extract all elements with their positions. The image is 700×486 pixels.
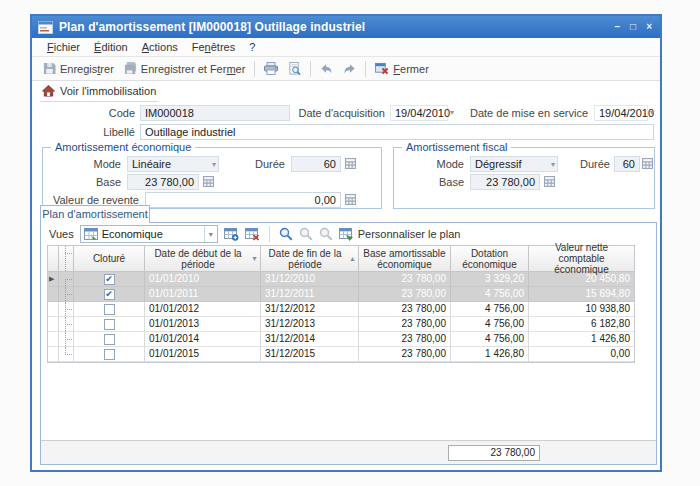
close-button[interactable]: × (646, 21, 652, 33)
base-cell[interactable]: 23 780,00 (359, 302, 451, 317)
dotation-cell[interactable]: 3 329,20 (451, 272, 529, 287)
dotation-cell[interactable]: 4 756,00 (451, 302, 529, 317)
cloture-cell[interactable] (74, 332, 145, 347)
menu-fenetres[interactable]: Fenêtres (185, 39, 242, 55)
voir-immobilisation-link[interactable]: Voir l'immobilisation (42, 85, 156, 97)
tree-lines (59, 332, 74, 347)
views-combo[interactable]: Economique ▾ (80, 225, 218, 243)
cloture-cell[interactable] (74, 317, 145, 332)
eco-revente-field[interactable]: 0,00 (145, 192, 341, 208)
end-date-cell[interactable]: 31/12/2015 (261, 347, 359, 362)
cloture-checkbox[interactable] (104, 334, 115, 345)
menu-actions[interactable]: Actions (135, 39, 185, 55)
eco-base-calc-icon[interactable] (203, 176, 214, 187)
cloture-cell[interactable] (74, 302, 145, 317)
vnc-cell[interactable]: 15 694,80 (529, 287, 634, 302)
save-button[interactable]: Enregistrer (38, 60, 119, 77)
fiscal-base-calc-icon[interactable] (544, 176, 555, 187)
tree-lines (59, 287, 74, 302)
table-row[interactable]: 01/01/2014 31/12/2014 23 780,00 4 756,00… (48, 332, 634, 347)
start-date-cell[interactable]: 01/01/2012 (145, 302, 261, 317)
end-date-cell[interactable]: 31/12/2010 (261, 272, 359, 287)
end-date-cell[interactable]: 31/12/2011 (261, 287, 359, 302)
dotation-cell[interactable]: 4 756,00 (451, 317, 529, 332)
print-button[interactable] (259, 60, 283, 77)
fiscal-duree-calc-icon[interactable] (642, 158, 653, 169)
eco-base-label: Base (49, 174, 121, 190)
cloture-checkbox[interactable] (104, 304, 115, 315)
menu-help[interactable]: ? (242, 39, 262, 55)
magnifier-icon (279, 227, 293, 241)
fiscal-base-field[interactable]: 23 780,00 (470, 174, 540, 190)
base-cell[interactable]: 23 780,00 (359, 272, 451, 287)
service-date-field[interactable]: 19/04/2010 (594, 105, 648, 121)
header-date-fin[interactable]: Date de fin de la période▲ (261, 246, 359, 272)
header-date-debut[interactable]: Date de début de la période▼ (145, 246, 261, 272)
vnc-cell[interactable]: 6 182,80 (529, 317, 634, 332)
table-icon (84, 228, 98, 240)
header-cloture[interactable]: Cloturé (74, 246, 145, 272)
customize-plan-button[interactable]: Personnaliser le plan (339, 228, 461, 241)
eco-base-field[interactable]: 23 780,00 (127, 174, 199, 190)
end-date-cell[interactable]: 31/12/2014 (261, 332, 359, 347)
header-base-amortissable[interactable]: Base amortissable économique (359, 246, 451, 272)
eco-duree-field[interactable]: 60 (291, 156, 341, 172)
base-cell[interactable]: 23 780,00 (359, 332, 451, 347)
save-and-close-button[interactable]: Enregistrer et Fermer (119, 60, 251, 77)
fiscal-mode-combo[interactable]: Dégressif▾ (470, 156, 558, 172)
menu-edition[interactable]: Édition (87, 39, 135, 55)
base-cell[interactable]: 23 780,00 (359, 347, 451, 362)
add-view-button[interactable] (224, 228, 239, 241)
table-row[interactable]: 01/01/2013 31/12/2013 23 780,00 4 756,00… (48, 317, 634, 332)
acquisition-date-field[interactable]: 19/04/2010 (390, 105, 448, 121)
forward-button[interactable] (338, 60, 361, 77)
cloture-cell[interactable]: ✔ (74, 287, 145, 302)
delete-view-button[interactable] (245, 228, 260, 241)
vnc-cell[interactable]: 0,00 (529, 347, 634, 362)
start-date-cell[interactable]: 01/01/2010 (145, 272, 261, 287)
vnc-cell[interactable]: 1 426,80 (529, 332, 634, 347)
libelle-field[interactable]: Outillage industriel (140, 124, 654, 140)
vnc-cell[interactable]: 10 938,80 (529, 302, 634, 317)
base-cell[interactable]: 23 780,00 (359, 317, 451, 332)
base-cell[interactable]: 23 780,00 (359, 287, 451, 302)
acquisition-date-dropdown-icon[interactable]: ▾ (450, 105, 454, 121)
views-selected: Economique (102, 228, 200, 240)
eco-revente-calc-icon[interactable] (345, 194, 356, 205)
start-date-cell[interactable]: 01/01/2013 (145, 317, 261, 332)
start-date-cell[interactable]: 01/01/2011 (145, 287, 261, 302)
dotation-cell[interactable]: 1 426,80 (451, 347, 529, 362)
cloture-cell[interactable]: ✔ (74, 272, 145, 287)
header-dotation[interactable]: Dotation économique (451, 246, 529, 272)
table-row[interactable]: ✔ 01/01/2011 31/12/2011 23 780,00 4 756,… (48, 287, 634, 302)
end-date-cell[interactable]: 31/12/2013 (261, 317, 359, 332)
views-dropdown-icon[interactable]: ▾ (204, 226, 217, 242)
cloture-checkbox[interactable] (104, 319, 115, 330)
toolbar-separator (254, 61, 255, 77)
minimize-button[interactable]: – (615, 21, 621, 33)
cloture-checkbox[interactable] (104, 349, 115, 360)
back-button[interactable] (315, 60, 338, 77)
eco-mode-combo[interactable]: Linéaire▾ (127, 156, 219, 172)
header-vnc[interactable]: Valeur nette comptable économique (529, 246, 634, 272)
print-preview-button[interactable] (283, 60, 306, 77)
cloture-checkbox[interactable]: ✔ (104, 289, 115, 300)
cloture-cell[interactable] (74, 347, 145, 362)
table-row[interactable]: 01/01/2012 31/12/2012 23 780,00 4 756,00… (48, 302, 634, 317)
start-date-cell[interactable]: 01/01/2014 (145, 332, 261, 347)
menu-fichier[interactable]: Fichier (40, 39, 87, 55)
cloture-checkbox[interactable]: ✔ (104, 274, 115, 285)
service-date-dropdown-icon[interactable]: ▾ (650, 105, 654, 121)
end-date-cell[interactable]: 31/12/2012 (261, 302, 359, 317)
fermer-button[interactable]: Fermer (370, 60, 433, 77)
fiscal-duree-field[interactable]: 60 (614, 156, 640, 172)
eco-duree-calc-icon[interactable] (345, 158, 356, 169)
table-row[interactable]: 01/01/2015 31/12/2015 23 780,00 1 426,80… (48, 347, 634, 362)
dotation-cell[interactable]: 4 756,00 (451, 332, 529, 347)
tab-plan-amortissement[interactable]: Plan d'amortissement (40, 205, 150, 223)
zoom-button[interactable] (279, 227, 293, 241)
code-field[interactable]: IM000018 (140, 105, 290, 121)
dotation-cell[interactable]: 4 756,00 (451, 287, 529, 302)
maximize-button[interactable]: □ (630, 21, 636, 33)
start-date-cell[interactable]: 01/01/2015 (145, 347, 261, 362)
